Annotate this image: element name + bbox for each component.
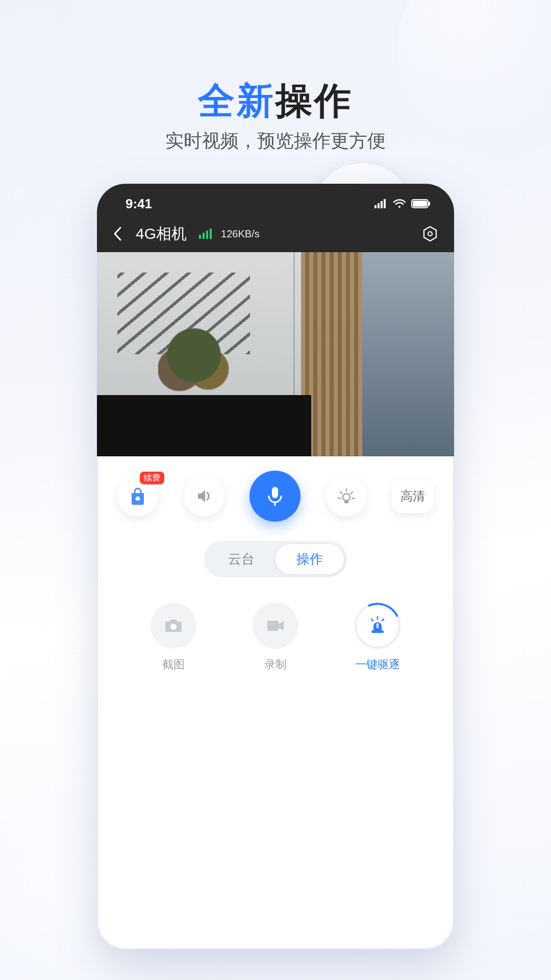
back-button[interactable] [112, 226, 127, 241]
svg-line-16 [351, 492, 353, 494]
tab-switch: 云台 操作 [204, 541, 347, 577]
speaker-icon [194, 486, 214, 506]
cellular-icon [374, 199, 388, 208]
quick-actions: 续费 高清 [97, 456, 454, 532]
settings-button[interactable] [421, 225, 439, 242]
camera-title: 4G相机 [136, 224, 187, 244]
camera-icon [162, 615, 185, 637]
svg-rect-6 [413, 201, 427, 207]
record-label: 录制 [253, 657, 298, 672]
video-icon [264, 615, 287, 637]
renew-badge: 续费 [140, 472, 164, 484]
quality-button[interactable]: 高清 [392, 479, 434, 513]
battery-icon [411, 199, 431, 208]
signal-icon [199, 229, 212, 239]
shopping-bag-icon [128, 486, 148, 506]
svg-rect-25 [371, 630, 384, 633]
svg-point-20 [170, 624, 177, 630]
status-time: 9:41 [126, 196, 152, 212]
svg-rect-11 [272, 487, 278, 498]
microphone-icon [263, 484, 287, 508]
svg-rect-2 [381, 201, 383, 208]
screenshot-label: 截图 [151, 657, 196, 672]
svg-rect-3 [384, 199, 386, 208]
svg-point-9 [428, 232, 432, 236]
tab-operations[interactable]: 操作 [276, 544, 344, 574]
siren-icon [367, 615, 388, 636]
talk-button[interactable] [249, 471, 300, 522]
alarm-label: 一键驱逐 [355, 657, 400, 672]
speaker-button[interactable] [184, 476, 224, 517]
promo-headline-accent: 全新 [198, 80, 276, 121]
svg-rect-19 [344, 501, 348, 503]
app-bar: 4G相机 126KB/s [97, 215, 454, 252]
wifi-icon [393, 199, 406, 209]
svg-line-15 [340, 492, 342, 494]
data-rate: 126KB/s [221, 228, 260, 240]
svg-point-13 [343, 494, 350, 501]
lightbulb-icon [335, 485, 358, 507]
svg-line-24 [382, 619, 384, 621]
svg-rect-7 [429, 202, 430, 206]
record-action[interactable]: 录制 [253, 603, 298, 672]
promo-headline-rest: 操作 [276, 80, 353, 121]
quality-label: 高清 [400, 488, 425, 504]
light-button[interactable] [326, 476, 367, 517]
operations-grid: 截图 录制 一键驱逐 [97, 577, 454, 672]
svg-rect-26 [377, 623, 379, 628]
camera-header: 9:41 4G相机 126KB/s [97, 184, 454, 456]
alarm-action[interactable]: 一键驱逐 [355, 603, 400, 672]
svg-rect-0 [374, 205, 377, 208]
svg-marker-8 [424, 227, 436, 241]
svg-point-4 [398, 206, 400, 208]
status-bar: 9:41 [97, 192, 454, 215]
svg-rect-21 [267, 621, 279, 631]
tab-ptz[interactable]: 云台 [207, 544, 276, 574]
svg-line-23 [371, 619, 373, 621]
phone-frame: 9:41 4G相机 126KB/s [97, 184, 454, 949]
svg-rect-1 [378, 203, 380, 208]
promo-subline: 实时视频，预览操作更方便 [0, 129, 551, 154]
screenshot-action[interactable]: 截图 [151, 603, 196, 672]
live-video[interactable] [97, 252, 454, 456]
store-button[interactable]: 续费 [117, 476, 158, 517]
promo-headline: 全新操作 [0, 77, 551, 126]
